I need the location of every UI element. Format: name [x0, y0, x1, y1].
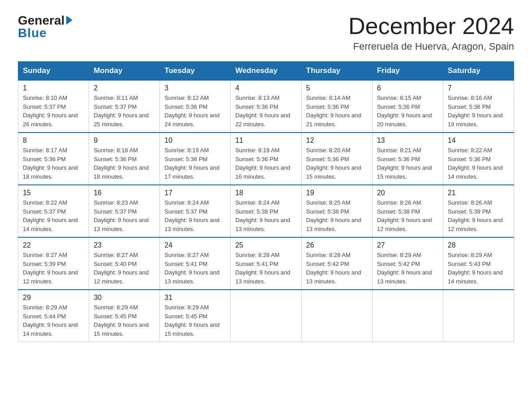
day-number: 18 — [235, 189, 296, 197]
day-info: Sunrise: 8:19 AMSunset: 5:36 PMDaylight:… — [235, 147, 290, 180]
day-info: Sunrise: 8:29 AMSunset: 5:42 PMDaylight:… — [377, 252, 432, 285]
day-info: Sunrise: 8:17 AMSunset: 5:36 PMDaylight:… — [23, 147, 78, 180]
day-info: Sunrise: 8:27 AMSunset: 5:39 PMDaylight:… — [23, 252, 78, 285]
week-row-4: 22Sunrise: 8:27 AMSunset: 5:39 PMDayligh… — [18, 237, 514, 290]
day-cell-8: 8Sunrise: 8:17 AMSunset: 5:36 PMDaylight… — [18, 133, 89, 185]
day-number: 29 — [23, 294, 84, 302]
day-cell-1: 1Sunrise: 8:10 AMSunset: 5:37 PMDaylight… — [18, 80, 89, 133]
day-cell-7: 7Sunrise: 8:16 AMSunset: 5:36 PMDaylight… — [443, 80, 514, 133]
day-cell-27: 27Sunrise: 8:29 AMSunset: 5:42 PMDayligh… — [372, 237, 443, 290]
day-cell-26: 26Sunrise: 8:28 AMSunset: 5:42 PMDayligh… — [301, 237, 372, 290]
empty-cell — [372, 290, 443, 342]
day-cell-18: 18Sunrise: 8:24 AMSunset: 5:38 PMDayligh… — [231, 185, 301, 237]
day-info: Sunrise: 8:25 AMSunset: 5:38 PMDaylight:… — [306, 199, 361, 232]
day-number: 1 — [23, 84, 84, 92]
col-header-friday: Friday — [372, 62, 443, 81]
col-header-monday: Monday — [89, 62, 160, 81]
empty-cell — [443, 290, 514, 342]
day-info: Sunrise: 8:11 AMSunset: 5:37 PMDaylight:… — [94, 94, 149, 128]
day-info: Sunrise: 8:28 AMSunset: 5:41 PMDaylight:… — [235, 252, 290, 285]
col-header-tuesday: Tuesday — [160, 62, 231, 81]
week-row-2: 8Sunrise: 8:17 AMSunset: 5:36 PMDaylight… — [18, 133, 514, 185]
day-cell-22: 22Sunrise: 8:27 AMSunset: 5:39 PMDayligh… — [18, 237, 89, 290]
day-info: Sunrise: 8:18 AMSunset: 5:36 PMDaylight:… — [94, 147, 149, 180]
day-cell-10: 10Sunrise: 8:19 AMSunset: 5:36 PMDayligh… — [160, 133, 231, 185]
logo: General Blue — [18, 13, 73, 40]
day-info: Sunrise: 8:24 AMSunset: 5:38 PMDaylight:… — [235, 199, 290, 232]
logo-arrow-icon — [66, 16, 73, 25]
day-number: 9 — [94, 137, 155, 145]
day-number: 4 — [235, 84, 296, 92]
title-block: December 2024 Ferreruela de Huerva, Arag… — [348, 13, 514, 52]
day-number: 28 — [448, 241, 509, 249]
day-cell-28: 28Sunrise: 8:29 AMSunset: 5:43 PMDayligh… — [443, 237, 514, 290]
day-number: 16 — [94, 189, 155, 197]
day-number: 30 — [94, 294, 155, 302]
day-number: 20 — [377, 189, 438, 197]
day-cell-6: 6Sunrise: 8:15 AMSunset: 5:36 PMDaylight… — [372, 80, 443, 133]
day-info: Sunrise: 8:27 AMSunset: 5:41 PMDaylight:… — [164, 252, 219, 285]
day-info: Sunrise: 8:29 AMSunset: 5:44 PMDaylight:… — [23, 304, 78, 337]
empty-cell — [301, 290, 372, 342]
day-cell-21: 21Sunrise: 8:26 AMSunset: 5:39 PMDayligh… — [443, 185, 514, 237]
day-number: 14 — [448, 137, 509, 145]
day-cell-9: 9Sunrise: 8:18 AMSunset: 5:36 PMDaylight… — [89, 133, 160, 185]
day-cell-19: 19Sunrise: 8:25 AMSunset: 5:38 PMDayligh… — [301, 185, 372, 237]
day-cell-17: 17Sunrise: 8:24 AMSunset: 5:37 PMDayligh… — [160, 185, 231, 237]
day-info: Sunrise: 8:20 AMSunset: 5:36 PMDaylight:… — [306, 147, 361, 180]
day-cell-24: 24Sunrise: 8:27 AMSunset: 5:41 PMDayligh… — [160, 237, 231, 290]
day-info: Sunrise: 8:19 AMSunset: 5:36 PMDaylight:… — [164, 147, 219, 180]
calendar-subtitle: Ferreruela de Huerva, Aragon, Spain — [348, 41, 514, 52]
day-number: 31 — [164, 294, 226, 302]
day-cell-20: 20Sunrise: 8:26 AMSunset: 5:38 PMDayligh… — [372, 185, 443, 237]
day-info: Sunrise: 8:24 AMSunset: 5:37 PMDaylight:… — [164, 199, 219, 232]
calendar-table: SundayMondayTuesdayWednesdayThursdayFrid… — [18, 61, 514, 342]
calendar-header-row: SundayMondayTuesdayWednesdayThursdayFrid… — [18, 62, 514, 81]
day-cell-3: 3Sunrise: 8:12 AMSunset: 5:36 PMDaylight… — [160, 80, 231, 133]
day-number: 5 — [306, 84, 368, 92]
day-number: 6 — [377, 84, 438, 92]
day-info: Sunrise: 8:10 AMSunset: 5:37 PMDaylight:… — [23, 94, 78, 128]
col-header-thursday: Thursday — [301, 62, 372, 81]
day-number: 21 — [448, 189, 509, 197]
day-cell-14: 14Sunrise: 8:22 AMSunset: 5:36 PMDayligh… — [443, 133, 514, 185]
day-cell-13: 13Sunrise: 8:21 AMSunset: 5:36 PMDayligh… — [372, 133, 443, 185]
col-header-saturday: Saturday — [443, 62, 514, 81]
day-cell-11: 11Sunrise: 8:19 AMSunset: 5:36 PMDayligh… — [231, 133, 301, 185]
day-number: 17 — [164, 189, 226, 197]
calendar-title: December 2024 — [348, 13, 514, 39]
day-number: 24 — [164, 241, 226, 249]
page-header: General Blue December 2024 Ferreruela de… — [18, 13, 514, 52]
day-cell-5: 5Sunrise: 8:14 AMSunset: 5:36 PMDaylight… — [301, 80, 372, 133]
day-number: 10 — [164, 137, 226, 145]
day-number: 23 — [94, 241, 155, 249]
day-number: 13 — [377, 137, 438, 145]
week-row-5: 29Sunrise: 8:29 AMSunset: 5:44 PMDayligh… — [18, 290, 514, 342]
day-cell-4: 4Sunrise: 8:13 AMSunset: 5:36 PMDaylight… — [231, 80, 301, 133]
day-info: Sunrise: 8:29 AMSunset: 5:43 PMDaylight:… — [448, 252, 503, 285]
day-number: 11 — [235, 137, 296, 145]
day-cell-12: 12Sunrise: 8:20 AMSunset: 5:36 PMDayligh… — [301, 133, 372, 185]
day-info: Sunrise: 8:22 AMSunset: 5:37 PMDaylight:… — [23, 199, 78, 232]
day-cell-23: 23Sunrise: 8:27 AMSunset: 5:40 PMDayligh… — [89, 237, 160, 290]
day-number: 27 — [377, 241, 438, 249]
day-info: Sunrise: 8:28 AMSunset: 5:42 PMDaylight:… — [306, 252, 361, 285]
day-cell-25: 25Sunrise: 8:28 AMSunset: 5:41 PMDayligh… — [231, 237, 301, 290]
day-cell-2: 2Sunrise: 8:11 AMSunset: 5:37 PMDaylight… — [89, 80, 160, 133]
day-info: Sunrise: 8:16 AMSunset: 5:36 PMDaylight:… — [448, 94, 503, 128]
day-info: Sunrise: 8:13 AMSunset: 5:36 PMDaylight:… — [235, 94, 290, 128]
day-info: Sunrise: 8:29 AMSunset: 5:45 PMDaylight:… — [164, 304, 219, 337]
day-number: 19 — [306, 189, 368, 197]
day-number: 15 — [23, 189, 84, 197]
day-number: 12 — [306, 137, 368, 145]
day-info: Sunrise: 8:15 AMSunset: 5:36 PMDaylight:… — [377, 94, 432, 128]
day-cell-16: 16Sunrise: 8:23 AMSunset: 5:37 PMDayligh… — [89, 185, 160, 237]
empty-cell — [231, 290, 301, 342]
day-number: 22 — [23, 241, 84, 249]
day-cell-15: 15Sunrise: 8:22 AMSunset: 5:37 PMDayligh… — [18, 185, 89, 237]
week-row-1: 1Sunrise: 8:10 AMSunset: 5:37 PMDaylight… — [18, 80, 514, 133]
day-info: Sunrise: 8:26 AMSunset: 5:39 PMDaylight:… — [448, 199, 503, 232]
day-cell-29: 29Sunrise: 8:29 AMSunset: 5:44 PMDayligh… — [18, 290, 89, 342]
day-info: Sunrise: 8:12 AMSunset: 5:36 PMDaylight:… — [164, 94, 219, 128]
week-row-3: 15Sunrise: 8:22 AMSunset: 5:37 PMDayligh… — [18, 185, 514, 237]
